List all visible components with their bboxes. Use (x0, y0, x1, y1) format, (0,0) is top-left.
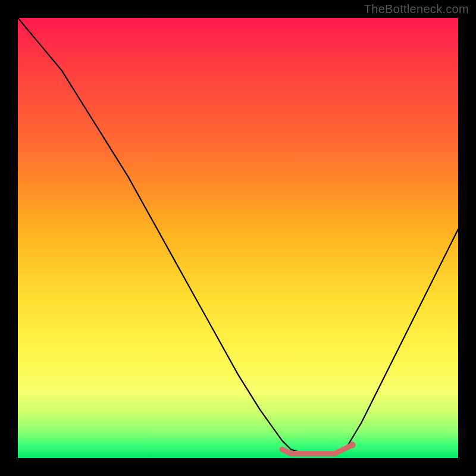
plot-area (18, 18, 458, 458)
chart-svg (18, 18, 458, 458)
chart-frame: TheBottleneck.com (0, 0, 476, 476)
watermark-text: TheBottleneck.com (364, 2, 469, 16)
bottleneck-curve-path (18, 18, 458, 454)
sweet-spot-end-dot (349, 441, 356, 448)
